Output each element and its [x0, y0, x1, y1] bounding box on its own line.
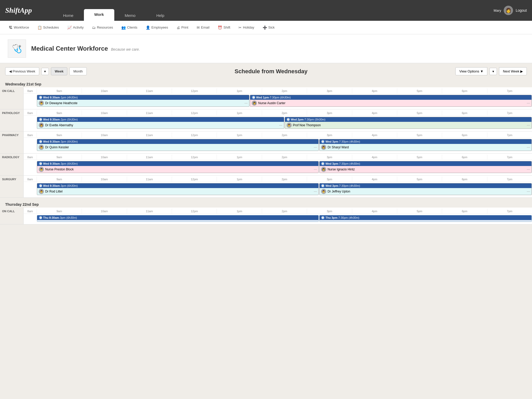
shift-block-pathology-wed-2[interactable]: 🕐 Wed 2pm-7:30pm (5h30m) 👨 Prof Noe Thom…	[284, 116, 532, 129]
employees-icon: 👤	[146, 25, 150, 30]
ruler-slots: 9am 10am 11am 12pm 1pm 2pm 3pm 4pm 5pm 6…	[37, 132, 532, 137]
org-title-area: Medical Center Workforce Because we care…	[31, 45, 140, 52]
ruler-4pm: 4pm	[352, 155, 397, 159]
person-name: Dr Dewayne Heathcote	[45, 101, 77, 105]
sidebar-item-email[interactable]: ✉ Email	[193, 24, 213, 31]
prev-week-button[interactable]: ◀ Previous Week	[5, 67, 39, 75]
ruler-7pm: 7pm	[487, 155, 532, 159]
resources-icon: 🗂	[92, 25, 96, 30]
sidebar-item-print[interactable]: 🖨 Print	[173, 24, 192, 31]
month-button[interactable]: Month	[69, 67, 87, 75]
sidebar-item-schedules[interactable]: 📋 Schedules	[34, 24, 63, 31]
ruler-12pm: 12pm	[172, 155, 217, 159]
sidebar-item-resources[interactable]: 🗂 Resources	[88, 24, 117, 31]
shift-block-pharmacy-wed-2[interactable]: 🕐 Wed 3pm-7:30pm (4h30m) 👩 Dr Sharyl War…	[319, 138, 532, 151]
dash-icon: —	[527, 123, 530, 127]
logo-area: ShiftApp	[0, 0, 37, 21]
print-label: Print	[181, 25, 188, 29]
shift-block-surgury-wed-2[interactable]: 🕐 Wed 3pm-7:30pm (4h30m) 👨 Dr Jeffrey Up…	[319, 183, 532, 196]
ruler-4pm: 4pm	[352, 177, 397, 182]
view-options-dropdown[interactable]: ▼	[489, 68, 497, 75]
dept-row-surgury-wed: SURGURY 8am 9am 10am 11am 12pm 1pm 2pm 3…	[0, 176, 532, 198]
logout-button[interactable]: Logout	[516, 8, 527, 12]
clients-label: Clients	[127, 25, 137, 29]
sick-label: Sick	[268, 25, 275, 29]
ruler-9am: 9am	[37, 88, 82, 93]
shift-block-oncall-wed-2[interactable]: 🕐 Wed 1pm-7:30pm (6h30m) 👩 Nurse Austin …	[250, 94, 532, 107]
clock-icon: 🕐	[39, 216, 42, 220]
ruler-8am: 8am	[24, 209, 37, 214]
ruler-2pm: 2pm	[262, 88, 307, 93]
shift-block-oncall-thu-1[interactable]: 🕐 Thu 8:30am-3pm (6h30m)	[37, 215, 319, 222]
week-button[interactable]: Week	[51, 67, 68, 75]
wednesday-header: Wednesday 21st Sep	[0, 79, 532, 87]
ruler-12pm: 12pm	[172, 88, 217, 93]
sidebar-item-shift[interactable]: ⏰ Shift	[214, 24, 234, 31]
sidebar-item-workforce[interactable]: 🏗 Workforce	[5, 24, 33, 31]
ruler-4pm: 4pm	[352, 132, 397, 137]
shifts-area-pathology-wed: 🕐 Wed 8:30am-2pm (5h30m) 👩 Dr Evette Abe…	[24, 116, 532, 130]
ruler-10am: 10am	[82, 177, 127, 182]
dash-icon: —	[527, 190, 530, 193]
sidebar-item-clients[interactable]: 👥 Clients	[118, 24, 141, 31]
avatar: 👩	[252, 101, 257, 106]
sidebar-item-employees[interactable]: 👤 Employees	[142, 24, 172, 31]
dash-icon: —	[314, 168, 317, 171]
ruler-6pm: 6pm	[442, 132, 487, 137]
dept-row-oncall-wed: ON CALL 8am 9am 10am 11am 12pm 1pm 2pm 3…	[0, 87, 532, 109]
prev-week-dropdown[interactable]: ▼	[41, 68, 49, 75]
ruler-6pm: 6pm	[442, 177, 487, 182]
tab-memo[interactable]: Memo	[114, 10, 146, 21]
ruler-6pm: 6pm	[442, 209, 487, 214]
shift-time-label: Wed 3pm-7:30pm (4h30m)	[325, 140, 360, 143]
ruler-10am: 10am	[82, 209, 127, 214]
dept-row-pathology-wed: PATHOLOGY 8am 9am 10am 11am 12pm 1pm 2pm…	[0, 109, 532, 131]
secondary-navigation: 🏗 Workforce 📋 Schedules 📈 Activity 🗂 Res…	[0, 21, 532, 34]
avatar: 👨	[287, 123, 292, 128]
avatar: 👩	[504, 6, 513, 15]
clock-icon: 🕐	[39, 96, 42, 99]
ruler-1pm: 1pm	[217, 110, 262, 115]
schedule-title: Schedule from Wednesday	[89, 68, 454, 75]
sick-icon: ➕	[263, 25, 267, 30]
view-options-button[interactable]: View Options ▼	[455, 67, 487, 75]
employees-label: Employees	[151, 25, 168, 29]
person-name: Nurse Ignacio Hintz	[328, 168, 355, 171]
org-subtitle: Because we care.	[111, 47, 140, 51]
sidebar-item-activity[interactable]: 📈 Activity	[64, 24, 87, 31]
dept-label-oncall: ON CALL	[0, 87, 23, 109]
ruler-5pm: 5pm	[397, 132, 442, 137]
shift-label: Shift	[223, 25, 230, 29]
ruler-9am: 9am	[37, 132, 82, 137]
schedules-icon: 📋	[37, 25, 42, 30]
schedule-content: Wednesday 21st Sep ON CALL 8am 9am 10am …	[0, 79, 532, 230]
tab-home[interactable]: Home	[53, 10, 84, 21]
avatar: 👨	[39, 101, 44, 106]
ruler-2pm: 2pm	[262, 177, 307, 182]
time-ruler: 8am 9am 10am 11am 12pm 1pm 2pm 3pm 4pm 5…	[24, 177, 532, 182]
ruler-5pm: 5pm	[397, 88, 442, 93]
tab-help[interactable]: Help	[146, 10, 175, 21]
dash-icon: —	[314, 190, 317, 193]
shift-block-surgury-wed-1[interactable]: 🕐 Wed 8:30am-3pm (6h30m) 👨 Dr Rod Littel…	[37, 183, 319, 196]
ruler-3pm: 3pm	[307, 177, 352, 182]
shift-block-oncall-wed-1[interactable]: 🕐 Wed 8:30am-1pm (4h30m) 👨 Dr Dewayne He…	[37, 94, 250, 107]
avatar: 👨	[321, 189, 326, 194]
ruler-9am: 9am	[37, 110, 82, 115]
tab-work[interactable]: Work	[84, 9, 114, 21]
shift-block-pharmacy-wed-1[interactable]: 🕐 Wed 8:30am-3pm (6h30m) 👨 Dr Quinn Kess…	[37, 138, 319, 151]
ruler-4pm: 4pm	[352, 110, 397, 115]
ruler-11am: 11am	[127, 88, 172, 93]
shift-block-pathology-wed-1[interactable]: 🕐 Wed 8:30am-2pm (5h30m) 👩 Dr Evette Abe…	[37, 116, 284, 129]
sidebar-item-sick[interactable]: ➕ Sick	[259, 24, 278, 31]
print-icon: 🖨	[176, 25, 180, 30]
shift-block-oncall-thu-2[interactable]: 🕐 Thu 3pm-7:30pm (4h30m)	[319, 215, 532, 222]
holiday-label: Holiday	[243, 25, 254, 29]
next-week-button[interactable]: Next Week ▶	[499, 67, 527, 75]
org-logo: 🩺	[8, 39, 26, 58]
sidebar-item-holiday[interactable]: ✂ Holiday	[235, 24, 258, 31]
shift-block-radiology-wed-1[interactable]: 🕐 Wed 8:30am-3pm (6h30m) 👨 Nurse Preston…	[37, 161, 319, 174]
person-name: Dr Sharyl Ward	[328, 145, 349, 149]
person-name: Dr Quinn Kessler	[45, 145, 69, 149]
shift-block-radiology-wed-2[interactable]: 🕐 Wed 3pm-7:30pm (4h30m) 👩 Nurse Ignacio…	[319, 161, 532, 174]
